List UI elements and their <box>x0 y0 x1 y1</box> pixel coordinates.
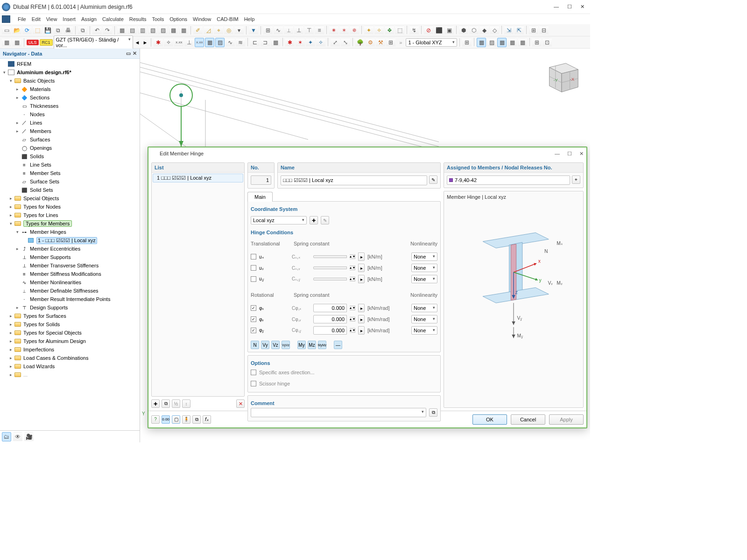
cond-check[interactable]: ✓ <box>251 328 256 333</box>
tree-item[interactable]: ▸Types for Aluminum Design <box>1 337 140 345</box>
tb-angle-icon[interactable]: ◿ <box>204 26 213 35</box>
tree-item[interactable]: ▸／Members <box>1 127 140 135</box>
tree-item[interactable]: ▸Special Objects <box>1 194 140 203</box>
tb2-l-icon[interactable]: ⊐ <box>261 38 270 47</box>
tb-save-icon[interactable]: 💾 <box>43 26 52 35</box>
tree-item[interactable]: ▸Load Wizards <box>1 362 140 371</box>
cond-nonlin[interactable]: None <box>411 252 437 261</box>
tb-w-icon[interactable]: ⇱ <box>514 26 524 35</box>
tb-export-icon[interactable]: ⬚ <box>33 26 42 35</box>
preset-clear-icon[interactable]: — <box>334 341 342 349</box>
navigator-tree[interactable]: RFEM▾Aluminium design.rf6*▾Basic Objects… <box>0 59 140 430</box>
comment-field[interactable] <box>251 408 426 417</box>
tb2-a-icon[interactable]: ▦ <box>2 38 11 47</box>
tb2-m-icon[interactable]: ▦ <box>271 38 280 47</box>
tree-item[interactable]: ▱Surface Sets <box>1 177 140 186</box>
tb-grid5-icon[interactable]: ▨ <box>158 26 168 35</box>
tree-item[interactable]: ▸Types for Solids <box>1 320 140 329</box>
tb2-dim-icon[interactable]: x.xx <box>174 38 183 47</box>
tb-v-icon[interactable]: ⇲ <box>504 26 514 35</box>
tree-item-hinge-1[interactable]: 1 - □□□ ☑☑☑ | Local xyz <box>1 236 140 245</box>
cond-spin[interactable]: ▲▼ <box>350 317 355 322</box>
tree-item[interactable]: ▸Types for Lines <box>1 211 140 219</box>
cond-arrow-icon[interactable]: ▸ <box>358 315 365 323</box>
tree-item[interactable]: ≡Member Stiffness Modifications <box>1 270 140 278</box>
tb2-g-icon[interactable]: ▦ <box>205 38 214 47</box>
tb-s-icon[interactable]: ⬡ <box>469 26 479 35</box>
coordsys-new-icon[interactable]: ✚ <box>310 216 318 224</box>
dlg-list-item-1[interactable]: 1 □□□ ☑☑☑ | Local xyz <box>153 174 243 182</box>
tb-x-icon[interactable]: ⊞ <box>529 26 538 35</box>
tree-item[interactable]: ▱Surfaces <box>1 135 140 144</box>
apply-button[interactable]: Apply <box>549 414 584 425</box>
dlg-mirror-icon[interactable]: ⧉ <box>192 415 201 424</box>
dlg-color-icon[interactable]: ▢ <box>172 415 180 424</box>
cond-check[interactable]: ✓ <box>251 305 256 311</box>
tb-grid2-icon[interactable]: ▤ <box>127 26 137 35</box>
coord-system-combo[interactable]: 1 - Global XYZ <box>406 38 457 47</box>
tree-item[interactable]: ▸Types for Nodes <box>1 203 140 211</box>
tb-c-icon[interactable]: ⟂ <box>284 26 293 35</box>
minimize-button[interactable]: — <box>554 4 559 10</box>
tb-e-icon[interactable]: ⊤ <box>304 26 314 35</box>
tb-grid6-icon[interactable]: ▩ <box>169 26 178 35</box>
tree-item[interactable]: ▭Thicknesses <box>1 102 140 110</box>
tb2-e-icon[interactable]: ⊥ <box>184 38 194 47</box>
tb-f-icon[interactable]: ≡ <box>315 26 324 35</box>
tb2-j-icon[interactable]: ≋ <box>236 38 245 47</box>
tree-item[interactable]: ▸🔶Materials <box>1 85 140 93</box>
cond-nonlin[interactable]: None <box>411 275 437 283</box>
preset-vy-icon[interactable]: Vy <box>261 341 269 349</box>
tb-u-icon[interactable]: ◇ <box>490 26 499 35</box>
tb2-o-icon[interactable]: ✶ <box>296 38 305 47</box>
tb2-b-icon[interactable]: ▦ <box>12 38 21 47</box>
preset-mz-icon[interactable]: Mz <box>308 341 316 349</box>
tree-item[interactable]: RFEM <box>1 60 140 68</box>
menu-results[interactable]: Results <box>129 16 147 22</box>
nav-tab-data-icon[interactable]: 🗂 <box>2 432 11 441</box>
tb2-ad-icon[interactable]: ⊞ <box>532 38 542 47</box>
dialog-maximize-icon[interactable]: ☐ <box>567 151 572 157</box>
tree-item[interactable]: ▸Imperfections <box>1 345 140 354</box>
menu-assign[interactable]: Assign <box>81 16 97 22</box>
cond-spin[interactable]: ▲▼ <box>350 306 355 310</box>
tb-undo-icon[interactable]: ↶ <box>92 26 102 35</box>
cond-nonlin[interactable]: None <box>411 315 437 323</box>
tb-saveall-icon[interactable]: ⧉ <box>53 26 63 35</box>
navigator-close-icon[interactable]: ✕ <box>133 50 137 56</box>
loadcase-combo[interactable]: GZT (STR/GEO) - Ständig / vor... <box>54 35 133 49</box>
tb2-c-icon[interactable]: ✱ <box>154 38 163 47</box>
tb-b-icon[interactable]: ∿ <box>274 26 283 35</box>
cond-check[interactable] <box>251 254 256 259</box>
tree-item[interactable]: ⬛Solids <box>1 152 140 161</box>
tb-filter-icon[interactable]: ▼ <box>249 26 258 35</box>
tb-g-icon[interactable]: ✷ <box>329 26 338 35</box>
tb-l-icon[interactable]: ❖ <box>385 26 394 35</box>
cond-check[interactable] <box>251 276 256 282</box>
dlg-tree-icon[interactable]: 🧍 <box>182 415 190 424</box>
menu-view[interactable]: View <box>46 16 57 22</box>
tb2-ab-icon[interactable]: ▦ <box>507 38 517 47</box>
menu-options[interactable]: Options <box>169 16 187 22</box>
tree-item[interactable]: ▸Types for Special Objects <box>1 329 140 337</box>
menu-tools[interactable]: Tools <box>152 16 164 22</box>
dialog-minimize-icon[interactable]: — <box>555 151 560 157</box>
loadcase-rc-badge[interactable]: RC1 <box>40 39 53 46</box>
cond-nonlin[interactable]: None <box>411 264 437 272</box>
tb-print-icon[interactable]: 🖶 <box>63 26 73 35</box>
preset-vyvz-icon[interactable]: VyVz <box>282 341 290 349</box>
view-cube[interactable]: -Y -X <box>540 55 584 96</box>
cond-check[interactable] <box>251 265 256 271</box>
tb2-h-icon[interactable]: ▨ <box>215 38 225 47</box>
close-button[interactable]: ✕ <box>580 4 585 10</box>
cond-value[interactable]: 0.000 <box>313 326 347 335</box>
preset-my-icon[interactable]: My <box>297 341 306 349</box>
app-menu-button[interactable] <box>2 15 10 23</box>
tb-o-icon[interactable]: ⊘ <box>424 26 433 35</box>
tree-item[interactable]: ≡Member Sets <box>1 169 140 177</box>
tree-item[interactable]: ⊥Member Supports <box>1 253 140 261</box>
tb-t-icon[interactable]: ◆ <box>479 26 489 35</box>
list-new-icon[interactable]: ✚ <box>151 399 160 408</box>
nav-tab-views-icon[interactable]: 🎥 <box>24 432 34 441</box>
tab-main[interactable]: Main <box>247 192 273 202</box>
